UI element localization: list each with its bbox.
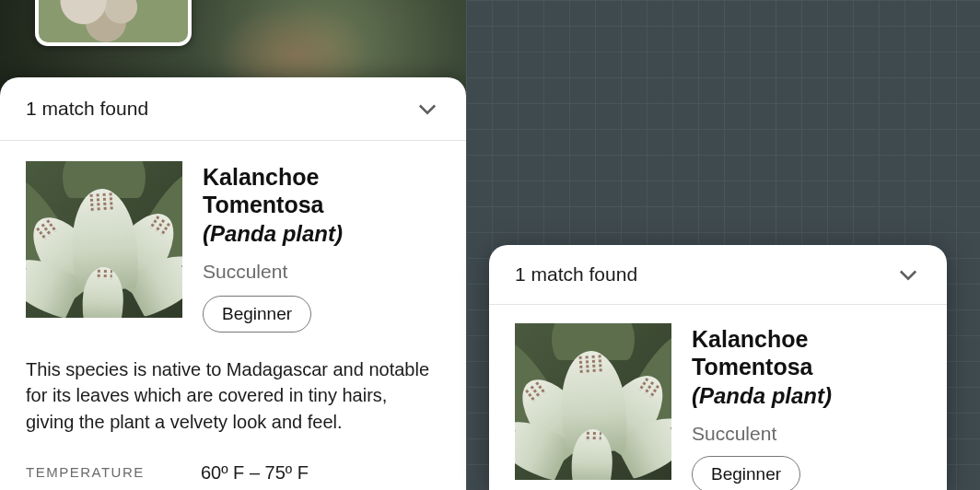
match-count: 1 match found xyxy=(515,263,637,286)
plant-category: Succulent xyxy=(203,261,440,283)
difficulty-chip[interactable]: Beginner xyxy=(692,456,800,490)
canvas-sheet[interactable]: 1 match found Kalanchoe Tomentosa (Panda… xyxy=(489,245,947,490)
scientific-name: Kalanchoe Tomentosa xyxy=(203,163,440,218)
results-sheet: 1 match found Kalanchoe Tomentosa (Panda… xyxy=(0,77,466,490)
plant-description: This species is native to Madagascar and… xyxy=(0,342,466,444)
spec-row-temperature: TEMPERATURE 60º F – 75º F xyxy=(0,444,466,490)
plant-image xyxy=(515,323,671,480)
result-row[interactable]: Kalanchoe Tomentosa (Panda plant) Succul… xyxy=(489,305,947,490)
match-count: 1 match found xyxy=(26,98,148,120)
spec-label: TEMPERATURE xyxy=(26,462,201,484)
mobile-preview: 1 match found Kalanchoe Tomentosa (Panda… xyxy=(0,0,466,490)
chevron-down-icon[interactable] xyxy=(414,96,440,122)
captured-thumbnail[interactable] xyxy=(35,0,192,46)
sheet-header[interactable]: 1 match found xyxy=(489,245,947,305)
plant-image xyxy=(26,161,182,318)
design-canvas[interactable]: 1 match found Kalanchoe Tomentosa (Panda… xyxy=(466,0,980,490)
difficulty-chip[interactable]: Beginner xyxy=(203,296,311,332)
scientific-name: Kalanchoe Tomentosa xyxy=(692,325,921,380)
result-text: Kalanchoe Tomentosa (Panda plant) Succul… xyxy=(203,161,440,332)
plant-category: Succulent xyxy=(692,423,921,445)
chevron-down-icon[interactable] xyxy=(895,262,921,287)
common-name: (Panda plant) xyxy=(203,220,440,248)
sheet-header[interactable]: 1 match found xyxy=(0,77,466,141)
result-text: Kalanchoe Tomentosa (Panda plant) Succul… xyxy=(692,323,921,490)
result-row[interactable]: Kalanchoe Tomentosa (Panda plant) Succul… xyxy=(0,141,466,342)
common-name: (Panda plant) xyxy=(692,382,921,410)
spec-value: 60º F – 75º F xyxy=(201,462,309,484)
